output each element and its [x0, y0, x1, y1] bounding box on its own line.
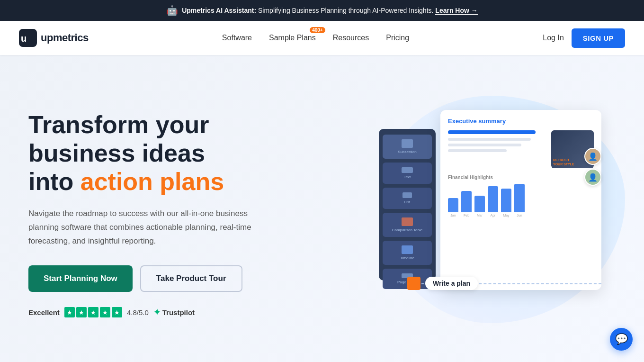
nav-links: Software Sample Plans 400+ Resources Pri…: [222, 34, 409, 42]
mockup-sidebar-item-3: List: [383, 188, 432, 209]
exec-summary-title: Executive summary: [448, 118, 594, 125]
navbar: u upmetrics Software Sample Plans 400+ R…: [0, 21, 644, 55]
svg-text:u: u: [21, 33, 27, 44]
tp-star-icon: ✦: [153, 307, 161, 317]
chart-bars: [448, 184, 594, 212]
start-planning-button[interactable]: Start Planning Now: [28, 265, 133, 292]
hero-illustration: Subsection Text List Comparison Table Ti…: [341, 96, 616, 333]
write-plan-text: Write a plan: [425, 277, 478, 290]
logo-icon: u: [19, 29, 37, 47]
sidebar-icon-3: [402, 192, 412, 198]
sidebar-icon-4: [402, 217, 413, 226]
trust-stars: ★ ★ ★ ★ ★: [64, 307, 122, 317]
mockup-content-area: REFRESHYOUR STYLE: [448, 130, 594, 168]
mockup-main-panel: Executive summary REFRESHYOUR STYLE Fina…: [440, 110, 601, 290]
avatar-1: 👤: [584, 148, 601, 165]
label-jun: Jun: [514, 214, 525, 217]
bar-feb: [461, 191, 472, 212]
mockup-sidebar: Subsection Text List Comparison Table Ti…: [379, 129, 436, 281]
star-2: ★: [76, 307, 87, 317]
trustpilot-name: Trustpilot: [162, 308, 195, 317]
trustpilot-logo: ✦ Trustpilot: [153, 307, 195, 317]
trustpilot-row: Excellent ★ ★ ★ ★ ★ 4.8/5.0 ✦ Trustpilot: [28, 307, 294, 317]
mockup-avatars: 👤 👤: [584, 148, 601, 186]
label-feb: Feb: [461, 214, 472, 217]
banner-text: Upmetrics AI Assistant: Simplifying Busi…: [182, 7, 478, 14]
trust-label: Excellent: [28, 308, 60, 317]
text-line-3: [448, 144, 521, 146]
sidebar-icon-1: [402, 139, 413, 148]
sample-plans-badge: 400+: [310, 27, 325, 33]
robot-icon: 🤖: [166, 5, 178, 16]
chart-labels: Jan Feb Mar Apr May Jun: [448, 214, 594, 217]
bar-may: [501, 189, 511, 212]
star-5: ★: [112, 307, 122, 317]
sidebar-icon-5: [402, 245, 413, 254]
label-apr: Apr: [488, 214, 498, 217]
product-tour-button[interactable]: Take Product Tour: [140, 265, 242, 292]
thumbnail-text: REFRESHYOUR STYLE: [553, 158, 574, 166]
text-line-1: [448, 130, 536, 134]
chat-icon: 💬: [615, 333, 628, 345]
label-may: May: [501, 214, 511, 217]
banner-learn-link[interactable]: Learn How →: [435, 7, 477, 15]
mockup-highlights: Financial Highlights Jan Feb Mar Apr: [448, 175, 594, 217]
signup-button[interactable]: SIGN UP: [572, 28, 625, 48]
logo-text: upmetrics: [41, 32, 89, 44]
mockup-sidebar-item-2: Text: [383, 163, 432, 184]
nav-item-resources[interactable]: Resources: [333, 34, 369, 42]
hero-section: Transform your business ideas into actio…: [0, 55, 644, 362]
logo-link[interactable]: u upmetrics: [19, 29, 89, 47]
star-3: ★: [88, 307, 98, 317]
nav-item-software[interactable]: Software: [222, 34, 252, 42]
hero-title: Transform your business ideas into actio…: [28, 111, 294, 196]
trust-rating: 4.8/5.0: [127, 308, 149, 317]
sidebar-icon-2: [402, 167, 413, 173]
text-line-2: [448, 138, 531, 141]
highlights-title: Financial Highlights: [448, 175, 594, 180]
bar-mar: [474, 196, 485, 212]
hero-accent: action plans: [80, 168, 224, 195]
avatar-2: 👤: [584, 169, 601, 186]
bar-jun: [514, 184, 525, 212]
top-banner: 🤖 Upmetrics AI Assistant: Simplifying Bu…: [0, 0, 644, 21]
label-mar: Mar: [474, 214, 485, 217]
star-4: ★: [100, 307, 110, 317]
label-jan: Jan: [448, 214, 458, 217]
mockup-sidebar-item-1: Subsection: [383, 135, 432, 159]
mockup-sidebar-item-5: Timeline: [383, 241, 432, 265]
nav-item-pricing[interactable]: Pricing: [386, 34, 409, 42]
dashboard-mockup: Subsection Text List Comparison Table Ti…: [379, 110, 606, 309]
bar-jan: [448, 198, 458, 212]
write-plan-label: Write a plan: [407, 277, 478, 290]
write-plan-dot: [407, 277, 420, 290]
mockup-sidebar-item-4: Comparison Table: [383, 213, 432, 237]
bar-apr: [488, 186, 498, 212]
hero-left: Transform your business ideas into actio…: [28, 111, 294, 317]
hero-buttons: Start Planning Now Take Product Tour: [28, 265, 294, 292]
mockup-text-lines: [448, 130, 546, 168]
chat-bubble-button[interactable]: 💬: [610, 328, 633, 351]
nav-item-sample-plans[interactable]: Sample Plans 400+: [269, 34, 316, 42]
nav-actions: Log In SIGN UP: [543, 28, 625, 48]
hero-description: Navigate the roadmap to success with our…: [28, 207, 265, 248]
star-1: ★: [64, 307, 75, 317]
login-button[interactable]: Log In: [543, 34, 564, 42]
text-line-4: [448, 149, 507, 152]
